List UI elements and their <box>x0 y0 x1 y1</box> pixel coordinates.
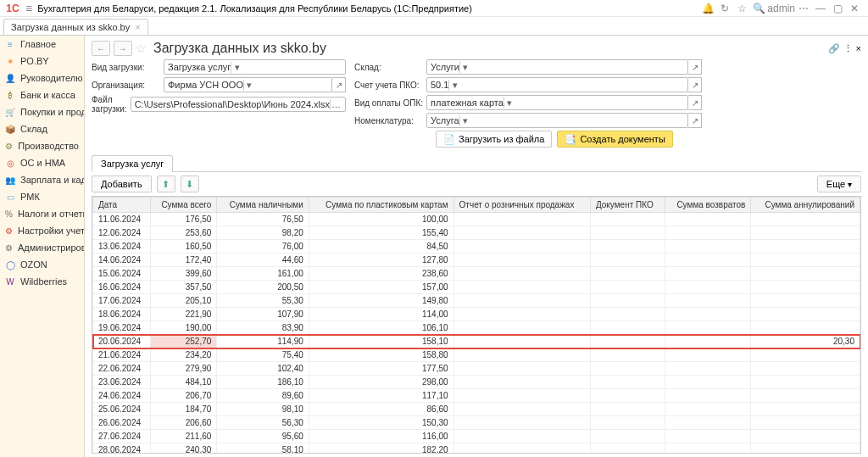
table-row[interactable]: 18.06.2024221,90107,90114,00 <box>93 308 860 321</box>
cell: 83,90 <box>217 321 309 335</box>
dropdown-icon[interactable]: ▾ <box>448 80 460 91</box>
sidebar-item-8[interactable]: 👥Зарплата и кадры <box>0 171 84 188</box>
history-icon[interactable]: ↻ <box>716 3 733 14</box>
sidebar-item-5[interactable]: 📦Склад <box>0 120 84 137</box>
cell: 98,10 <box>217 403 309 416</box>
cell: 160,50 <box>151 240 217 254</box>
favorite-icon[interactable]: ☆ <box>136 42 147 55</box>
nav-forward-button[interactable]: → <box>114 41 132 56</box>
data-table-wrap[interactable]: ДатаСумма всегоСумма наличнымиСумма по п… <box>92 196 861 454</box>
table-row[interactable]: 22.06.2024279,90102,40177,50 <box>93 362 860 376</box>
sidebar-item-6[interactable]: ⚙Производство <box>0 137 84 154</box>
dropdown-icon[interactable]: ▾ <box>459 62 471 73</box>
cell: 24.06.2024 <box>93 389 151 403</box>
table-row[interactable]: 25.06.2024184,7098,1086,60 <box>93 403 860 416</box>
sidebar-label: OZON <box>20 259 47 270</box>
page-close-icon[interactable]: × <box>856 43 861 53</box>
table-row[interactable]: 17.06.2024205,1055,30149,80 <box>93 294 860 308</box>
table-row[interactable]: 14.06.2024172,4044,60127,80 <box>93 254 860 267</box>
sidebar-item-12[interactable]: ⚙Администрирование <box>0 239 84 256</box>
table-row[interactable]: 24.06.2024206,7089,60117,10 <box>93 389 860 403</box>
input-sklad[interactable]: Услуги▾ <box>426 59 688 75</box>
dropdown-icon[interactable]: ▾ <box>243 80 255 91</box>
move-up-button[interactable]: ⬆ <box>157 176 175 192</box>
col-2[interactable]: Сумма наличными <box>217 198 309 213</box>
sidebar-item-3[interactable]: ₿Банк и касса <box>0 86 84 103</box>
col-4[interactable]: Отчет о розничных продажах <box>453 198 590 213</box>
bell-icon[interactable]: 🔔 <box>699 3 716 14</box>
table-row[interactable]: 16.06.2024357,50200,50157,00 <box>93 281 860 294</box>
sidebar-item-7[interactable]: ◎ОС и НМА <box>0 154 84 171</box>
col-6[interactable]: Сумма возвратов <box>665 198 751 213</box>
sidebar-item-1[interactable]: ✶PO.BY <box>0 53 84 70</box>
browse-icon[interactable]: … <box>330 99 342 109</box>
dropdown-icon[interactable]: ▾ <box>231 62 242 73</box>
user-label[interactable]: admin <box>767 3 795 14</box>
page-more-icon[interactable]: ⋮ <box>843 43 853 54</box>
sidebar-item-11[interactable]: ⚙Настройки учета <box>0 222 84 239</box>
sidebar-item-13[interactable]: ◯OZON <box>0 256 84 273</box>
link-icon[interactable]: 🔗 <box>828 43 840 54</box>
input-nomen[interactable]: Услуга▾ <box>426 113 688 128</box>
load-from-file-button[interactable]: 📄Загрузить из файла <box>436 131 552 148</box>
table-row[interactable]: 23.06.2024484,10186,10298,00 <box>93 376 860 389</box>
star-icon[interactable]: ☆ <box>733 3 750 14</box>
add-button[interactable]: Добавить <box>92 176 152 192</box>
input-vid-oplaty[interactable]: платежная карта▾ <box>426 95 688 110</box>
sidebar-item-10[interactable]: %Налоги и отчетность <box>0 205 84 222</box>
sidebar-item-2[interactable]: 👤Руководителю <box>0 70 84 86</box>
col-3[interactable]: Сумма по пластиковым картам <box>309 198 453 213</box>
col-7[interactable]: Сумма аннулирований <box>751 198 860 213</box>
sidebar-item-14[interactable]: WWildberries <box>0 273 84 290</box>
dropdown-icon[interactable]: ▾ <box>504 98 515 109</box>
input-vid-zagruzki[interactable]: Загрузка услуг▾ <box>164 59 346 75</box>
nav-back-button[interactable]: ← <box>92 41 110 56</box>
more-button[interactable]: Еще ▾ <box>817 176 861 192</box>
table-row[interactable]: 21.06.2024234,2075,40158,80 <box>93 348 860 362</box>
cell: 18.06.2024 <box>93 308 151 321</box>
open-button[interactable]: ↗ <box>332 77 346 92</box>
move-down-button[interactable]: ⬇ <box>181 176 199 192</box>
table-row[interactable]: 26.06.2024206,6056,30150,30 <box>93 416 860 430</box>
search-icon[interactable]: 🔍 <box>750 3 767 14</box>
table-row[interactable]: 11.06.2024176,5076,50100,00 <box>93 213 860 226</box>
tab-close-icon[interactable]: × <box>135 22 140 32</box>
col-5[interactable]: Документ ПКО <box>590 198 665 213</box>
minimize-icon[interactable]: — <box>812 3 829 14</box>
menu-icon[interactable]: ≡ <box>25 2 32 15</box>
table-row[interactable]: 20.06.2024252,70114,90158,1020,30 <box>93 335 860 348</box>
cell <box>665 416 751 430</box>
create-documents-button[interactable]: 📑Создать документы <box>557 131 672 148</box>
cell <box>590 321 665 335</box>
input-organizatsiya[interactable]: Фирма УСН ООО▾ <box>164 77 332 92</box>
tab-load-services[interactable]: Загрузка услуг <box>92 155 173 172</box>
table-row[interactable]: 15.06.2024399,60161,00238,60 <box>93 267 860 281</box>
open-button[interactable]: ↗ <box>688 77 702 92</box>
sidebar-item-4[interactable]: 🛒Покупки и продажи <box>0 103 84 120</box>
col-0[interactable]: Дата <box>93 198 151 213</box>
cell: 357,50 <box>151 281 217 294</box>
maximize-icon[interactable]: ▢ <box>829 3 846 14</box>
cell <box>751 362 860 376</box>
sidebar-item-9[interactable]: ▭РМК <box>0 188 84 205</box>
sidebar-item-0[interactable]: ≡Главное <box>0 36 84 53</box>
table-row[interactable]: 13.06.2024160,5076,0084,50 <box>93 240 860 254</box>
close-icon[interactable]: ✕ <box>846 3 863 14</box>
open-button[interactable]: ↗ <box>688 113 702 128</box>
open-button[interactable]: ↗ <box>688 95 702 110</box>
table-row[interactable]: 19.06.2024190,0083,90106,10 <box>93 321 860 335</box>
table-row[interactable]: 12.06.2024253,6098,20155,40 <box>93 226 860 240</box>
sidebar-label: Настройки учета <box>18 226 85 236</box>
input-file[interactable]: C:\Users\Professional\Desktop\Июнь 2024.… <box>131 97 346 112</box>
table-row[interactable]: 27.06.2024211,6095,60116,00 <box>93 430 860 443</box>
dropdown-icon[interactable]: ▾ <box>459 115 471 126</box>
cell <box>751 294 860 308</box>
open-button[interactable]: ↗ <box>688 59 702 75</box>
table-row[interactable]: 28.06.2024240,3058,10182,20 <box>93 443 860 454</box>
settings-icon[interactable]: ⋯ <box>795 3 812 14</box>
input-schet[interactable]: 50.1▾ <box>426 77 688 92</box>
cell: 158,10 <box>309 335 453 348</box>
cell: 75,40 <box>217 348 309 362</box>
col-1[interactable]: Сумма всего <box>151 198 217 213</box>
tab-main[interactable]: Загрузка данных из skko.by × <box>3 19 148 35</box>
